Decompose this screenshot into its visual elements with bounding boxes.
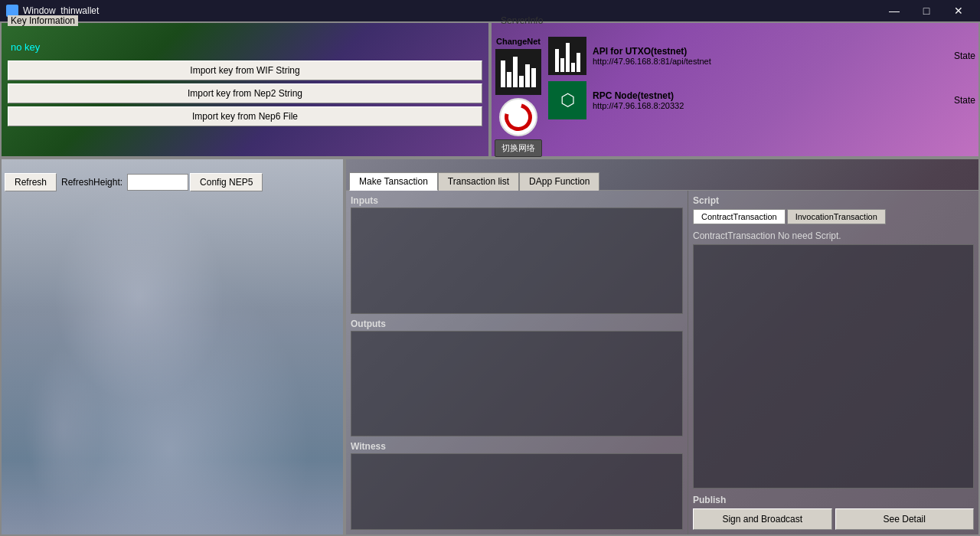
sign-broadcast-button[interactable]: Sign and Broadcast — [693, 508, 832, 530]
outputs-section: Outputs — [351, 319, 683, 437]
refresh-button[interactable]: Refresh — [5, 173, 57, 191]
top-section: Key Information no key Import key from W… — [0, 21, 980, 158]
maximize-button[interactable]: □ — [911, 0, 942, 21]
chart-bar — [525, 64, 530, 87]
api-server-name: API for UTXO(testnet) — [593, 46, 711, 57]
refresh-circle-button[interactable] — [499, 98, 537, 136]
tab-make-transaction[interactable]: Make Tansaction — [349, 172, 438, 191]
server-icons: ChangeNet 切换网络 — [495, 37, 542, 157]
key-info-panel: Key Information no key Import key from W… — [0, 21, 490, 158]
window-controls: — □ ✕ — [879, 0, 974, 21]
tab-content: Inputs Outputs Witness — [346, 190, 978, 534]
account-toolbar: Refresh RefreshHeight: Config NEP5 — [2, 170, 343, 194]
rpc-cube-icon: ⬡ — [548, 81, 586, 119]
tab-row: Make Tansaction Transaction list DApp Fu… — [346, 170, 978, 190]
publish-buttons: Sign and Broadcast See Detail — [693, 508, 974, 530]
refresh-height-input[interactable] — [127, 174, 188, 191]
account-info-panel: AccountInfo Refresh RefreshHeight: Confi… — [0, 158, 345, 536]
switch-network-button[interactable]: 切换网络 — [495, 139, 542, 157]
chart-bar — [507, 72, 511, 87]
chart-bar — [501, 60, 505, 87]
key-info-label: Key Information — [8, 15, 78, 26]
refresh-height-label: RefreshHeight: — [58, 177, 126, 188]
api-server-info: API for UTXO(testnet) http://47.96.168.8… — [593, 46, 711, 66]
server-info-inner: ChangeNet 切换网络 — [495, 37, 975, 157]
refresh-circle-icon — [499, 98, 537, 136]
tabs-area: Make Tansaction Transaction list DApp Fu… — [346, 170, 978, 534]
bottom-section: AccountInfo Refresh RefreshHeight: Confi… — [0, 158, 980, 536]
chart-bar — [519, 76, 524, 87]
network-name: ChangeNet — [496, 37, 541, 46]
rpc-server-url: http://47.96.168.8:20332 — [593, 101, 707, 110]
server-info-label: ServerInfo — [498, 15, 546, 26]
api-server-row: API for UTXO(testnet) http://47.96.168.8… — [548, 37, 975, 75]
key-info-inner: no key Import key from WIF String Import… — [5, 37, 485, 132]
server-info-rows: API for UTXO(testnet) http://47.96.168.8… — [548, 37, 975, 126]
script-label: Script — [693, 195, 974, 206]
import-wif-button[interactable]: Import key from WIF String — [8, 60, 482, 80]
witness-section: Witness — [351, 441, 683, 530]
transaction-right: Script ContractTransaction InvocationTra… — [688, 191, 978, 534]
close-button[interactable]: ✕ — [943, 0, 974, 21]
inputs-section: Inputs — [351, 195, 683, 314]
witness-textarea[interactable] — [351, 453, 683, 530]
contract-tx-tab[interactable]: ContractTransaction — [693, 209, 786, 224]
outputs-label: Outputs — [351, 319, 683, 329]
tab-transaction-list[interactable]: Transaction list — [438, 172, 519, 191]
rpc-server-state: State — [954, 95, 975, 106]
import-nep2-button[interactable]: Import key from Nep2 String — [8, 83, 482, 103]
transaction-left: Inputs Outputs Witness — [346, 191, 688, 534]
invocation-tx-tab[interactable]: InvocationTransaction — [787, 209, 886, 224]
minimize-button[interactable]: — — [879, 0, 910, 21]
title-bar: Window_thinwallet — □ ✕ — [0, 0, 980, 21]
outputs-textarea[interactable] — [351, 331, 683, 437]
main-panel-content: Make Tansaction Transaction list DApp Fu… — [346, 170, 978, 534]
api-chart-icon — [548, 37, 586, 75]
witness-label: Witness — [351, 441, 683, 452]
main-panel: Main Panel Make Tansaction Transaction l… — [345, 158, 980, 536]
main-content: Key Information no key Import key from W… — [0, 21, 980, 536]
inputs-textarea[interactable] — [351, 208, 683, 314]
script-textarea[interactable] — [693, 244, 974, 489]
no-key-text: no key — [8, 40, 482, 54]
tab-dapp-function[interactable]: DApp Function — [519, 172, 599, 191]
see-detail-button[interactable]: See Detail — [835, 508, 975, 530]
chart-bars — [501, 57, 536, 87]
rpc-server-row: ⬡ RPC Node(testnet) http://47.96.168.8:2… — [548, 81, 975, 119]
api-server-state: State — [954, 51, 975, 61]
chart-bar — [513, 57, 518, 87]
script-note: ContractTransaction No need Script. — [693, 230, 974, 241]
anime-bg — [2, 159, 343, 534]
api-server-url: http://47.96.168.8:81/api/testnet — [593, 57, 711, 66]
chart-bar — [531, 68, 536, 87]
publish-label: Publish — [693, 495, 974, 505]
server-info-panel: ServerInfo ChangeNet 切换网络 — [490, 21, 980, 158]
window-title: Window_thinwallet — [23, 5, 879, 16]
rpc-server-name: RPC Node(testnet) — [593, 90, 707, 101]
import-nep6-button[interactable]: Import key from Nep6 File — [8, 106, 482, 126]
rpc-server-info: RPC Node(testnet) http://47.96.168.8:203… — [593, 90, 707, 110]
changenet-chart-icon — [495, 49, 541, 95]
inputs-label: Inputs — [351, 195, 683, 206]
config-nep5-button[interactable]: Config NEP5 — [190, 173, 263, 191]
script-tabs: ContractTransaction InvocationTransactio… — [693, 209, 974, 224]
